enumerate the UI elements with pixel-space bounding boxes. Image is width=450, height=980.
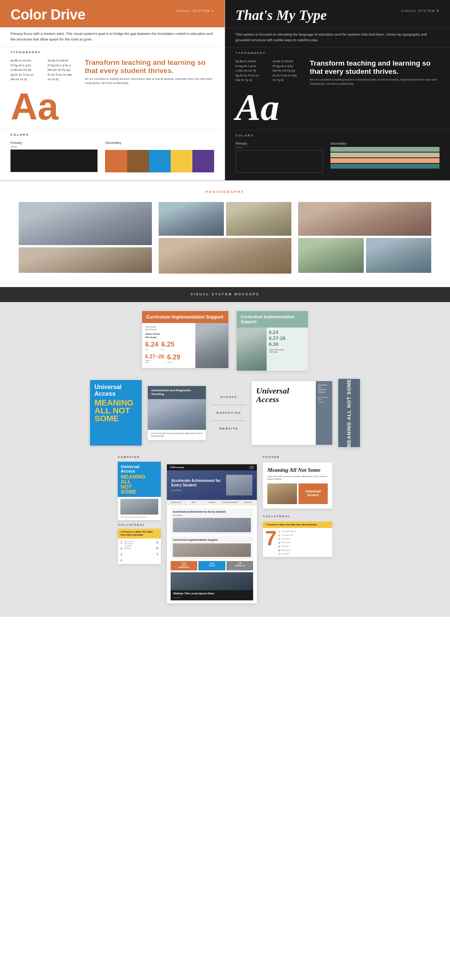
- ua-right-left: Universal Access: [252, 381, 294, 445]
- vs-a-secondary-label: Secondary: [105, 141, 214, 145]
- vs-a-description: Primary focus with a modern twist. This …: [0, 27, 225, 47]
- coll-r-row5: 5 Consectetur: [279, 545, 331, 548]
- vs-b-label: VISUAL SYSTEM B: [401, 9, 439, 13]
- aud-btn-admin[interactable]: I AM aSchoolAdministrator: [171, 561, 197, 571]
- vs-a-typo-content: Aa Bb Cc Dd EeFf Gg Hh Ii Jj KkLi Mm Nn …: [0, 56, 225, 88]
- coll-nums: 1 2 3 4: [120, 540, 122, 562]
- curr-inner-img: [173, 543, 251, 557]
- curr-a-lorem: Lorem ipsumdolor sit amet: [145, 326, 192, 331]
- website-curr-card: Curriculum Implementation Support: [171, 536, 253, 559]
- curr-a-header: Curriculum Implementation Support: [142, 311, 228, 323]
- vs-a-alpha-col1: Aa Bb Cc Dd EeFf Gg Hh Ii Jj KkLi Mm Nn …: [11, 59, 42, 85]
- coll-body: 1 2 3 4 Lorem ipsumdolor sit ametconsect…: [118, 539, 161, 564]
- vs-a-headline: Transform teaching and learning so that …: [85, 59, 214, 75]
- website-content: Accelerate Achievement for Every Student…: [167, 505, 257, 603]
- vs-b-typo-content: Aa Bb Cc Dd EeFf Gg Hh Ii Jj KkLi Mm Nn …: [225, 57, 450, 88]
- vs-b-alpha-col1: Aa Bb Cc Dd EeFf Gg Hh Ii Jj KkLi Mm Nn …: [236, 59, 267, 86]
- curr-a-title: Curriculum Implementation Support: [146, 314, 224, 320]
- vs-a-alphabet2: Aa Bb Cc Dd EeFf Gg Hh Ii Jj Kk LiMm Nn …: [48, 59, 80, 82]
- flow-divider-1: [212, 405, 246, 405]
- vs-b-secondary-label: Secondary: [330, 142, 439, 145]
- vs-b-headline-col: Transform teaching and learning so that …: [310, 59, 439, 86]
- date-625: 6.25 City: [161, 340, 174, 350]
- mockup-row-3: CAMPAIGN UniversalAccess MEANINGALLNOTSO…: [12, 455, 438, 603]
- campaign-collateral-label: COLLATERAL: [118, 523, 161, 527]
- vs-b-swatch-black: [236, 150, 323, 173]
- photo-grid: [19, 202, 431, 274]
- curr-a-img: [195, 323, 228, 368]
- coll-r-row4: 4 Dolor sit amet: [279, 541, 331, 544]
- coll-n6: 6: [156, 546, 158, 550]
- vs-b-primary: Primary White: [236, 142, 323, 173]
- coll-r-row2: 2 Lorem ipsum dolor: [279, 534, 331, 537]
- vs-b-title: That's My Type: [236, 7, 327, 23]
- tab-math[interactable]: MATH: [185, 500, 203, 505]
- events-label: EVENTS: [212, 395, 246, 399]
- campaign-img: [120, 499, 158, 515]
- aud-btn-teacher[interactable]: I AM aTeacher: [198, 561, 225, 571]
- vs-a-typo-label: TYPOGRAPHY: [0, 47, 225, 56]
- poster-ua-badge: UniversalAccess: [298, 484, 328, 504]
- ua-title: Universal Access: [94, 384, 137, 397]
- coll-r-body: 7 1 Lorem ipsum dolor sit 2 Lorem ipsum …: [263, 528, 332, 557]
- visual-systems-section: Color Drive VISUAL SYSTEM A Primary focu…: [0, 0, 450, 181]
- tab-literacy[interactable]: LITERACY: [203, 500, 221, 505]
- vs-b-body: We are committed to building teachers' i…: [310, 78, 439, 86]
- curr-a-body: Lorem ipsumdolor sit amet Subject Header…: [142, 323, 228, 368]
- ua-right-card: Universal Access Assessment andDiagnosti…: [252, 381, 332, 445]
- webinar-img: [171, 572, 253, 590]
- photo-col-2: [159, 202, 292, 274]
- flow-divider-2: [212, 420, 246, 421]
- coll-n7: 7: [156, 552, 158, 556]
- meaning-vertical-card: Meaning All Not Some: [338, 379, 360, 447]
- photo-2-1: [159, 202, 292, 236]
- photography-section: PHOTOGRAPHY: [0, 181, 450, 287]
- curriculum-card-b: Curriculum Implementation Support 6.24 6…: [237, 311, 308, 370]
- curr-a-left: Lorem ipsumdolor sit amet Subject Header…: [142, 323, 195, 368]
- mockup-row-1: Curriculum Implementation Support Lorem …: [12, 311, 438, 370]
- date-624: 6.24 City: [145, 340, 158, 350]
- tab-curriculum[interactable]: CURRICULUM: [167, 500, 185, 505]
- tab-teaching[interactable]: TEACHING: [239, 500, 257, 505]
- photo-2-2: [159, 238, 292, 274]
- photo-1-1: [19, 202, 152, 245]
- mockups-label: VISUAL SYSTEM MOCKUPS: [0, 287, 450, 301]
- curr-b-title: Curriculum Implementation Support: [241, 314, 304, 324]
- assessment-card: Assessment and Diagnostic Teaching Lorem…: [148, 386, 206, 440]
- coll-r-row3: 3 Lorem ipsum: [279, 538, 331, 540]
- tab-special-ed[interactable]: SPECIAL EDUCATION: [221, 500, 239, 505]
- accel-img: [173, 518, 251, 532]
- visual-system-b: That's My Type VISUAL SYSTEM B This syst…: [225, 0, 450, 180]
- poster-images: UniversalAccess: [267, 484, 328, 504]
- coll-r-row6: 6 Adipiscing elit: [279, 549, 331, 552]
- swatch-yellow: [171, 150, 192, 172]
- photo-1-2: [19, 247, 152, 273]
- poster-title: Meaning All Not Some: [267, 467, 328, 473]
- curr-b-body: 6.24 6.27-28 6.39 Subject Title HeaderTi…: [237, 328, 308, 371]
- campaign-text: Lorem ipsum dolor sit amet consectetur: [120, 516, 158, 518]
- webinar-cta: Learn More: [171, 597, 253, 600]
- vs-b-description: This system is focused on elevating the …: [225, 28, 450, 48]
- aud-btn-other[interactable]: I AMAudience #3: [227, 561, 253, 571]
- poster-label: POSTER: [263, 455, 332, 459]
- vs-b-secondary: Secondary: [330, 142, 439, 173]
- curr-b-date1: 6.24: [269, 330, 306, 335]
- curr-a-dates: 6.24 City 6.25 City 6.27–28 DirectorAdmi…: [145, 340, 192, 363]
- coll-n2: 2: [120, 546, 122, 550]
- coll-n5: 5: [156, 540, 158, 544]
- accelerate-website: CORE Learning Accelerate Achievement for…: [167, 465, 257, 603]
- nav-menu: [249, 466, 254, 469]
- poster-ua-text: UniversalAccess: [305, 490, 321, 497]
- poster-text: Lorem ipsum dolor sit amet, consectetur …: [267, 475, 328, 480]
- swatch-brown: [127, 150, 149, 172]
- vs-b-big-letter: Aa: [225, 88, 450, 130]
- campaign-meaning: MEANINGALLNOTSOME: [121, 474, 158, 494]
- vs-a-alpha-col2: Aa Bb Cc Dd EeFf Gg Hh Ii Jj Kk LiMm Nn …: [48, 59, 80, 85]
- ua-bold-card: Universal Access MEANING ALL NOT SOME: [90, 380, 142, 445]
- campaign-body: Lorem ipsum dolor sit amet consectetur: [118, 497, 161, 520]
- vs-b-alphabet1: Aa Bb Cc Dd EeFf Gg Hh Ii Jj KkLi Mm Nn …: [236, 59, 267, 83]
- coll-n3: 3: [120, 552, 122, 556]
- date-629: 6.29 Location: [167, 353, 180, 363]
- website-hero: Accelerate Achievement for Every Student…: [167, 470, 257, 500]
- assess-body: Lorem ipsum dolor sit amet, consectetur …: [148, 430, 206, 440]
